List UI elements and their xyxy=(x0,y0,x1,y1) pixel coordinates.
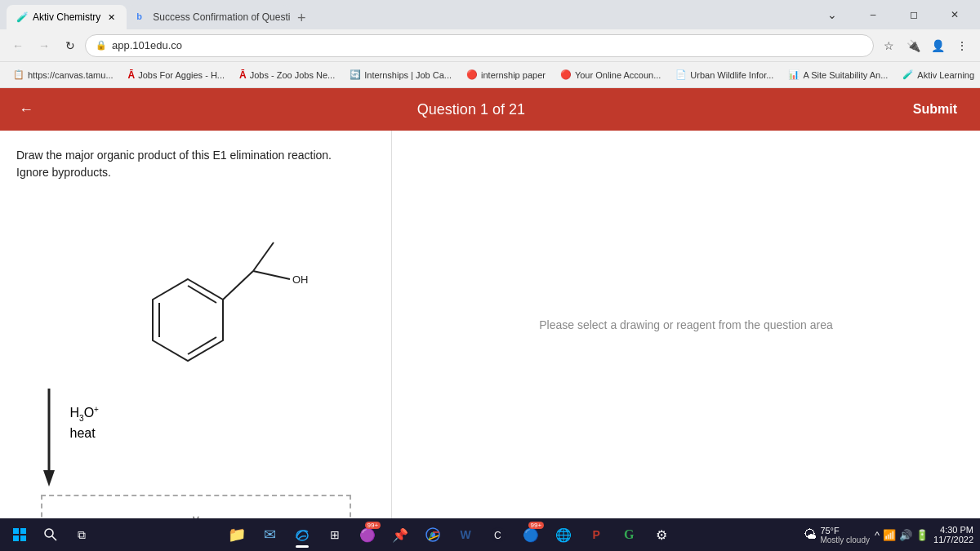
bookmark-favicon-internships: 🔄 xyxy=(350,69,361,80)
taskbar-app-badge1[interactable]: 🟣 99+ xyxy=(353,520,382,549)
badge2: 99+ xyxy=(528,522,545,529)
svg-line-5 xyxy=(253,242,274,271)
taskbar-mail[interactable]: ✉ xyxy=(255,520,284,549)
bookmark-internship-paper[interactable]: 🔴 internship paper xyxy=(460,65,552,85)
taskbar-notes[interactable]: 📌 xyxy=(385,520,415,549)
bookmark-aktiv-learning[interactable]: 🧪 Aktiv Learning xyxy=(896,65,980,85)
taskbar-word[interactable]: W xyxy=(451,520,480,549)
svg-rect-12 xyxy=(13,535,19,541)
molecule-area[interactable]: OH H3O+ heat ∨ xyxy=(16,198,375,518)
bookmark-jobs-aggies[interactable]: Ā Jobs For Aggies - H... xyxy=(122,65,231,85)
bookmark-internships[interactable]: 🔄 Internships | Job Ca... xyxy=(343,65,458,85)
bookmark-favicon-your-online: 🔴 xyxy=(560,69,572,80)
address-bar[interactable]: 🔒 app.101edu.co xyxy=(85,34,874,57)
profile-button[interactable]: 👤 xyxy=(926,34,949,57)
left-panel: Draw the major organic product of this E… xyxy=(0,131,392,518)
svg-marker-0 xyxy=(153,279,223,361)
forward-button[interactable]: → xyxy=(33,34,56,57)
product-box[interactable]: ∨ xyxy=(41,495,351,518)
svg-point-14 xyxy=(45,529,53,537)
system-tray: ^ 📶 🔊 🔋 xyxy=(875,529,929,541)
browser-chrome: 🧪 Aktiv Chemistry ✕ b Success Confirmati… xyxy=(0,0,980,88)
lock-icon: 🔒 xyxy=(96,40,107,51)
maximize-button[interactable]: ◻ xyxy=(895,0,933,29)
tabs-container: 🧪 Aktiv Chemistry ✕ b Success Confirmati… xyxy=(7,0,813,29)
svg-line-4 xyxy=(223,271,253,300)
weather-temp: 75°F xyxy=(820,526,870,535)
bookmark-star-button[interactable]: ☆ xyxy=(877,34,900,57)
tab-label-success: Success Confirmation of Questio xyxy=(153,11,290,23)
weather-icon: 🌤 xyxy=(804,527,817,542)
taskbar-apps-button[interactable]: ⊞ xyxy=(320,520,350,549)
taskbar-file-explorer[interactable]: 📁 xyxy=(222,520,252,549)
minimize-button[interactable]: – xyxy=(854,0,892,29)
tab-success[interactable]: b Success Confirmation of Questio ✕ xyxy=(127,5,290,29)
window-menu-button[interactable]: ⌄ xyxy=(813,0,851,29)
bookmark-label-aktiv-learning: Aktiv Learning xyxy=(917,70,974,80)
reagent2-label: heat xyxy=(70,426,99,441)
edge-icon xyxy=(294,527,310,543)
bookmark-label-zoo-jobs: Jobs - Zoo Jobs Ne... xyxy=(250,70,336,80)
taskbar-settings[interactable]: ⚙ xyxy=(647,520,676,549)
svg-rect-10 xyxy=(13,528,19,534)
address-text: app.101edu.co xyxy=(112,39,182,51)
weather-widget[interactable]: 🌤 75°F Mostly cloudy xyxy=(804,526,870,544)
bookmark-label-canvas: https://canvas.tamu... xyxy=(28,70,114,80)
taskbar-powerpoint[interactable]: P xyxy=(581,520,611,549)
c-app-icon: C xyxy=(490,527,506,543)
clock-date: 11/7/2022 xyxy=(933,535,973,544)
extensions-button[interactable]: 🔌 xyxy=(902,34,924,57)
tab-favicon-success: b xyxy=(136,11,148,23)
reagent1-label: H3O+ xyxy=(70,405,99,423)
close-button[interactable]: ✕ xyxy=(936,0,973,29)
system-tray-expand[interactable]: ^ xyxy=(875,529,880,541)
clock[interactable]: 4:30 PM 11/7/2022 xyxy=(933,525,973,544)
windows-icon xyxy=(12,527,27,542)
bookmark-label-site-suitability: A Site Suitability An... xyxy=(803,70,888,80)
bookmark-label-internship-paper: internship paper xyxy=(481,70,546,80)
new-tab-button[interactable]: + xyxy=(290,7,313,29)
search-button[interactable] xyxy=(36,522,65,548)
start-button[interactable] xyxy=(7,522,33,548)
bookmark-label-internships: Internships | Job Ca... xyxy=(364,70,452,80)
back-button[interactable]: ← xyxy=(7,34,29,57)
bookmark-favicon-internship-paper: 🔴 xyxy=(466,69,478,80)
app-header: ← Question 1 of 21 Submit xyxy=(0,88,980,131)
nav-actions: ☆ 🔌 👤 ⋮ xyxy=(877,34,973,57)
bookmark-urban-wildlife[interactable]: 📄 Urban Wildlife Infor... xyxy=(669,65,780,85)
chevron-down-icon[interactable]: ∨ xyxy=(191,512,201,519)
badge1: 99+ xyxy=(365,522,381,529)
taskbar-edge[interactable] xyxy=(287,520,317,549)
bookmark-canvas[interactable]: 📋 https://canvas.tamu... xyxy=(7,65,120,85)
right-panel[interactable]: Please select a drawing or reagent from … xyxy=(392,131,980,518)
taskbar-c-app[interactable]: C xyxy=(483,520,513,549)
bookmark-favicon-zoo-jobs: Ā xyxy=(239,69,247,81)
right-panel-placeholder: Please select a drawing or reagent from … xyxy=(539,318,833,331)
svg-text:C: C xyxy=(494,530,501,541)
taskbar-g-app[interactable]: G xyxy=(614,520,644,549)
submit-button[interactable]: Submit xyxy=(903,97,967,122)
refresh-button[interactable]: ↻ xyxy=(59,34,82,57)
chrome-icon xyxy=(425,527,441,543)
bookmark-label-urban-wildlife: Urban Wildlife Infor... xyxy=(690,70,773,80)
svg-rect-13 xyxy=(20,535,26,541)
nav-bar: ← → ↻ 🔒 app.101edu.co ☆ 🔌 👤 ⋮ xyxy=(0,29,980,62)
svg-point-16 xyxy=(296,531,308,540)
taskbar-app-badge2[interactable]: 🔵 99+ xyxy=(516,520,546,549)
taskbar-google[interactable]: 🌐 xyxy=(549,520,578,549)
app-back-button[interactable]: ← xyxy=(13,96,39,122)
reaction-arrow xyxy=(41,389,57,487)
bookmark-site-suitability[interactable]: 📊 A Site Suitability An... xyxy=(782,65,894,85)
main-content: Draw the major organic product of this E… xyxy=(0,131,980,518)
question-counter: Question 1 of 21 xyxy=(39,101,903,118)
task-view-button[interactable]: ⧉ xyxy=(69,522,95,548)
molecule-svg[interactable]: OH xyxy=(82,198,310,377)
tab-close-aktiv[interactable]: ✕ xyxy=(105,11,117,23)
volume-icon[interactable]: 🔊 xyxy=(899,529,912,541)
svg-line-6 xyxy=(253,271,290,279)
bookmark-zoo-jobs[interactable]: Ā Jobs - Zoo Jobs Ne... xyxy=(233,65,341,85)
tab-aktiv[interactable]: 🧪 Aktiv Chemistry ✕ xyxy=(7,5,127,29)
bookmark-your-online[interactable]: 🔴 Your Online Accoun... xyxy=(554,65,667,85)
taskbar-chrome[interactable] xyxy=(418,520,448,549)
menu-button[interactable]: ⋮ xyxy=(951,34,973,57)
